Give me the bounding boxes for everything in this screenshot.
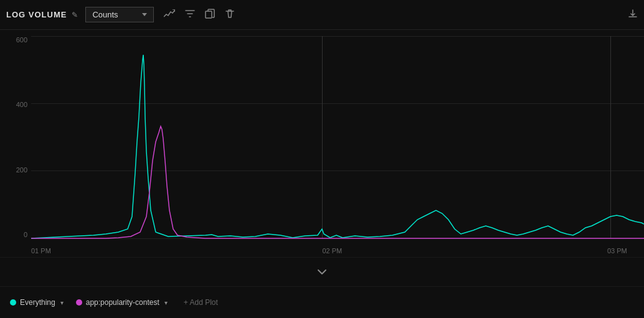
add-plot-button[interactable]: + Add Plot: [180, 297, 222, 308]
everything-label: Everything: [20, 298, 55, 307]
header: LOG VOLUME ✎ Counts: [0, 0, 644, 30]
collapse-section: [0, 257, 644, 287]
everything-chevron-icon: ▾: [60, 299, 64, 306]
x-label-2pm: 02 PM: [322, 247, 342, 255]
dropdown-value: Counts: [92, 10, 118, 19]
trend-icon[interactable]: [164, 9, 175, 21]
y-label-200: 200: [5, 166, 27, 174]
edit-icon[interactable]: ✎: [72, 11, 78, 19]
filter-icon[interactable]: [185, 9, 195, 21]
y-label-400: 400: [5, 101, 27, 108]
download-icon[interactable]: [628, 9, 638, 21]
page-title: LOG VOLUME: [6, 10, 67, 19]
chevron-down-icon: [142, 13, 147, 16]
popularity-contest-label: app:popularity-contest: [86, 298, 159, 307]
y-label-0: 0: [5, 231, 27, 238]
svg-rect-2: [206, 11, 212, 18]
delete-icon[interactable]: [225, 9, 235, 21]
popularity-contest-chevron-icon: ▾: [164, 299, 168, 306]
x-axis: 01 PM 02 PM 03 PM: [31, 247, 644, 255]
chart-inner: [31, 36, 644, 238]
everything-dot: [10, 299, 16, 306]
counts-dropdown[interactable]: Counts: [85, 7, 154, 22]
y-label-600: 600: [5, 36, 27, 44]
toolbar: [164, 9, 235, 21]
legend-item-everything[interactable]: Everything ▾: [10, 298, 64, 307]
legend-bar: Everything ▾ app:popularity-contest ▾ + …: [0, 287, 644, 318]
popularity-contest-dot: [76, 299, 82, 306]
chart-svg: [31, 36, 644, 238]
duplicate-icon[interactable]: [205, 9, 215, 21]
collapse-button[interactable]: [311, 264, 333, 280]
legend-item-popularity-contest[interactable]: app:popularity-contest ▾: [76, 298, 168, 307]
y-axis: 600 400 200 0: [5, 36, 27, 238]
x-label-3pm: 03 PM: [607, 247, 627, 255]
chart-area: 600 400 200 0 01 PM 02 PM 03 PM: [0, 30, 644, 257]
x-label-1pm: 01 PM: [31, 247, 51, 255]
